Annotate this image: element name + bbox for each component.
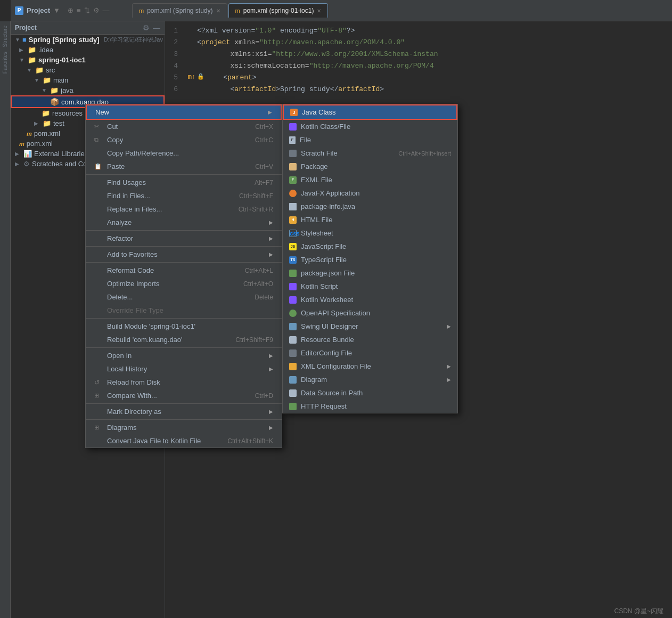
sep-8 — [86, 419, 282, 420]
ctx-copy-path[interactable]: Copy Path/Reference... — [86, 147, 282, 160]
ctx-add-favorites[interactable]: Add to Favorites ▶ — [86, 248, 282, 261]
ctx-rebuild-shortcut: Ctrl+Shift+F9 — [235, 336, 273, 344]
tab-label-2: pom.xml (spring-01-ioc1) — [243, 7, 314, 14]
sub-package[interactable]: Package — [283, 160, 457, 173]
ctx-open-in[interactable]: Open In ▶ — [86, 349, 282, 362]
editor-tabs: m pom.xml (Spring study) ✕ m pom.xml (sp… — [132, 3, 668, 18]
tree-item-idea[interactable]: ▶ 📁 .idea — [11, 45, 165, 55]
structure-label[interactable]: Structure — [2, 26, 8, 47]
sub-scratch-file[interactable]: Scratch File Ctrl+Alt+Shift+Insert — [283, 147, 457, 160]
sub-package-label: Package — [301, 162, 451, 170]
sub-ts[interactable]: TS TypeScript File — [283, 253, 457, 266]
sub-openapi[interactable]: OpenAPI Specification — [283, 306, 457, 320]
line-num-3: 3 — [165, 49, 186, 61]
tree-item-ioc1[interactable]: ▼ 📁 spring-01-ioc1 — [11, 55, 165, 65]
sub-package-info[interactable]: package-info.java — [283, 200, 457, 213]
icon-main-folder: 📁 — [43, 76, 51, 84]
ctx-build-module[interactable]: Build Module 'spring-01-ioc1' — [86, 320, 282, 333]
ctx-refactor[interactable]: Refactor ▶ — [86, 232, 282, 245]
icon-idea-folder: 📁 — [28, 46, 36, 54]
ctx-reload[interactable]: ↺ Reload from Disk — [86, 376, 282, 389]
ctx-find-files[interactable]: Find in Files... Ctrl+Shift+F — [86, 189, 282, 202]
ctx-optimize[interactable]: Optimize Imports Ctrl+Alt+O — [86, 277, 282, 290]
icon-package-com: 📦 — [50, 97, 59, 106]
sub-kotlin-worksheet[interactable]: Kotlin Worksheet — [283, 293, 457, 306]
project-selector[interactable]: P Project ▼ ⊕ ≡ ⇅ ⚙ — — [15, 6, 132, 15]
sub-resource-bundle[interactable]: Resource Bundle — [283, 333, 457, 346]
icon-test-folder: 📁 — [43, 119, 51, 127]
sub-diagram[interactable]: Diagram ▶ — [283, 373, 457, 386]
sub-java-class[interactable]: J Java Class — [283, 104, 457, 120]
ctx-find-usages[interactable]: Find Usages Alt+F7 — [86, 176, 282, 189]
ctx-convert-kotlin[interactable]: Convert Java File to Kotlin File Ctrl+Al… — [86, 434, 282, 448]
toolbar-icon-3[interactable]: ⇅ — [84, 6, 90, 14]
sub-fxml[interactable]: F FXML File — [283, 173, 457, 186]
line-content-2: <project xmlns="http://maven.apache.org/… — [197, 37, 405, 49]
sep-4 — [86, 262, 282, 263]
ctx-compare[interactable]: ⊞ Compare With... Ctrl+D — [86, 389, 282, 402]
icon-javafx — [289, 190, 297, 197]
toolbar-icon-2[interactable]: ≡ — [77, 6, 81, 14]
favorites-label[interactable]: Favorites — [2, 52, 8, 74]
sub-stylesheet[interactable]: CSS Stylesheet — [283, 226, 457, 240]
sub-swing-label: Swing UI Designer — [301, 322, 442, 330]
sidebar-header: Project ⚙ — — [11, 21, 165, 35]
ctx-analyze[interactable]: Analyze ▶ — [86, 216, 282, 229]
icon-pkginfo — [289, 203, 297, 210]
sub-xml-config[interactable]: XML Configuration File ▶ — [283, 360, 457, 373]
icon-pom-sub: m — [27, 131, 32, 137]
tree-item-src[interactable]: ▼ 📁 src — [11, 65, 165, 75]
sub-swing[interactable]: Swing UI Designer ▶ — [283, 320, 457, 333]
sub-javafx[interactable]: JavaFX Application — [283, 186, 457, 200]
sidebar-icon-collapse[interactable]: — — [153, 23, 160, 32]
ctx-mark-directory[interactable]: Mark Directory as ▶ — [86, 405, 282, 418]
sub-file[interactable]: F File — [283, 133, 457, 147]
toolbar-icon-1[interactable]: ⊕ — [68, 6, 73, 14]
ctx-rebuild[interactable]: Rebuild 'com.kuang.dao' Ctrl+Shift+F9 — [86, 333, 282, 346]
ctx-override-filetype: Override File Type — [86, 304, 282, 317]
toolbar-minimize[interactable]: — — [103, 6, 110, 14]
sub-package-json[interactable]: package.json File — [283, 266, 457, 280]
tree-item-java[interactable]: ▼ 📁 java — [11, 85, 165, 95]
ctx-diagrams[interactable]: ⊞ Diagrams ▶ — [86, 421, 282, 434]
sub-http[interactable]: HTTP Request — [283, 400, 457, 413]
editor-content: 1 <?xml version="1.0" encoding="UTF-8"?>… — [165, 21, 672, 100]
sub-html[interactable]: H HTML File — [283, 213, 457, 226]
ctx-build-label: Build Module 'spring-01-ioc1' — [107, 322, 273, 330]
sub-fxml-label: FXML File — [301, 176, 451, 184]
sidebar-icon-gear[interactable]: ⚙ — [143, 23, 150, 32]
ctx-compare-label: Compare With... — [107, 392, 251, 400]
icon-pom-root: m — [19, 141, 24, 147]
tree-item-main[interactable]: ▼ 📁 main — [11, 75, 165, 85]
tree-item-spring-root[interactable]: ▼ ■ Spring [Spring study] D:\学习笔记\狂神说Jav — [11, 35, 165, 45]
tab-pom-ioc1[interactable]: m pom.xml (spring-01-ioc1) ✕ — [228, 3, 329, 18]
project-dropdown-icon[interactable]: ▼ — [53, 6, 60, 14]
ctx-new[interactable]: New ▶ — [86, 104, 282, 120]
tab-close-1[interactable]: ✕ — [216, 8, 220, 14]
ctx-copy[interactable]: ⧉ Copy Ctrl+C — [86, 133, 282, 147]
sub-datasource[interactable]: Data Source in Path — [283, 386, 457, 400]
new-submenu: J Java Class Kotlin Class/File F File Sc… — [282, 104, 458, 413]
toolbar-settings[interactable]: ⚙ — [93, 6, 100, 14]
ctx-local-history[interactable]: Local History ▶ — [86, 362, 282, 376]
sep-7 — [86, 403, 282, 404]
ctx-cut[interactable]: ✂ Cut Ctrl+X — [86, 120, 282, 133]
tab-close-2[interactable]: ✕ — [317, 8, 321, 14]
ctx-delete[interactable]: Delete... Delete — [86, 290, 282, 304]
ctx-replace-files[interactable]: Replace in Files... Ctrl+Shift+R — [86, 202, 282, 216]
ctx-paste[interactable]: 📋 Paste Ctrl+V — [86, 160, 282, 173]
icon-css: CSS — [289, 230, 297, 237]
ctx-reformat[interactable]: Reformat Code Ctrl+Alt+L — [86, 264, 282, 277]
arrow-idea: ▶ — [19, 47, 26, 53]
sub-js[interactable]: JS JavaScript File — [283, 240, 457, 253]
arrow-java: ▼ — [42, 87, 48, 93]
icon-kotlin-class — [289, 123, 297, 131]
tab-pom-spring-study[interactable]: m pom.xml (Spring study) ✕ — [132, 3, 227, 18]
sub-kotlin-script[interactable]: Kotlin Script — [283, 280, 457, 293]
ctx-convert-shortcut: Ctrl+Alt+Shift+K — [227, 437, 273, 445]
sep-3 — [86, 246, 282, 247]
line-num-1: 1 — [165, 26, 186, 37]
ctx-open-in-label: Open In — [107, 352, 265, 360]
sub-editorconfig[interactable]: EditorConfig File — [283, 346, 457, 360]
sub-kotlin-class[interactable]: Kotlin Class/File — [283, 120, 457, 133]
